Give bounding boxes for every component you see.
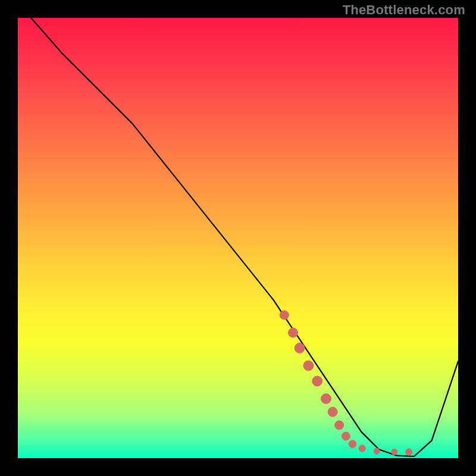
data-point-marker <box>303 361 314 371</box>
data-point-marker <box>392 449 397 455</box>
data-point-marker <box>359 445 365 452</box>
data-point-marker <box>280 311 289 320</box>
data-point-marker <box>328 407 337 416</box>
data-point-marker <box>349 440 356 448</box>
data-point-marker <box>312 376 322 386</box>
data-point-marker <box>406 449 412 455</box>
data-point-marker <box>374 448 380 454</box>
marker-layer <box>18 18 458 458</box>
watermark-text: TheBottleneck.com <box>343 2 465 18</box>
data-point-marker <box>295 343 305 353</box>
data-point-marker <box>321 394 331 404</box>
plot-area <box>18 18 458 458</box>
chart-stage: TheBottleneck.com <box>0 0 476 476</box>
data-point-marker <box>289 328 298 337</box>
data-point-marker <box>342 432 350 440</box>
data-point-marker <box>335 421 344 430</box>
